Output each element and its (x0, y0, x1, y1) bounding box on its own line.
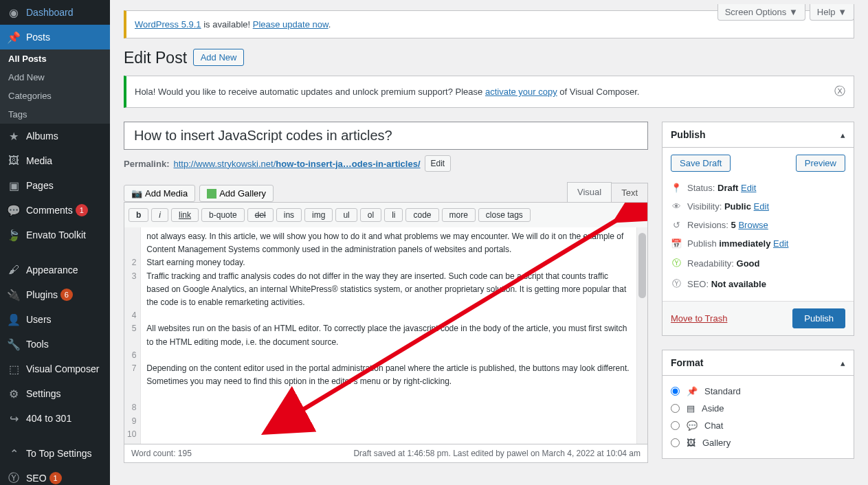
label: 404 to 301 (26, 413, 71, 424)
quicktags-toolbar: b i link b-quote del ins img ul ol li co… (124, 203, 647, 227)
pin-icon: 📍 (671, 183, 682, 193)
tab-text[interactable]: Text (611, 183, 648, 203)
add-gallery-button[interactable]: Add Gallery (199, 185, 274, 202)
seo-icon: Ⓨ (7, 471, 21, 485)
publish-button[interactable]: Publish (792, 308, 845, 328)
sidebar-item-media[interactable]: 🖼Media (0, 148, 110, 173)
edit-permalink-button[interactable]: Edit (425, 155, 452, 172)
preview-button[interactable]: Preview (796, 155, 845, 172)
sidebar-item-pages[interactable]: ▣Pages (0, 173, 110, 198)
edit-status-link[interactable]: Edit (741, 183, 756, 193)
vc-activate-link[interactable]: activate your copy (485, 87, 557, 97)
qt-bold[interactable]: b (129, 208, 148, 222)
sidebar-item-users[interactable]: 👤Users (0, 307, 110, 332)
toggle-icon[interactable]: ▴ (841, 358, 845, 368)
sidebar-item-add-new-post[interactable]: Add New (0, 68, 110, 87)
browse-revisions-link[interactable]: Browse (738, 220, 768, 230)
editor-status-bar: Word count: 195 Draft saved at 1:46:58 p… (124, 444, 648, 463)
sidebar-item-visual-composer[interactable]: ⬚Visual Composer (0, 357, 110, 381)
sidebar-item-categories[interactable]: Categories (0, 87, 110, 105)
help-button[interactable]: Help ▼ (810, 4, 854, 21)
qt-bquote[interactable]: b-quote (201, 208, 245, 222)
sidebar-item-albums[interactable]: ★Albums (0, 124, 110, 148)
qt-ol[interactable]: ol (360, 208, 381, 222)
label: Word count: (131, 449, 178, 458)
sidebar-item-settings[interactable]: ⚙Settings (0, 381, 110, 406)
label: Tools (26, 339, 49, 350)
qt-close[interactable]: close tags (478, 208, 531, 222)
fullscreen-icon[interactable]: ⛶ (627, 207, 643, 223)
sidebar-item-posts[interactable]: 📌Posts (0, 25, 110, 49)
text: . (329, 19, 331, 30)
wp-update-link[interactable]: Please update now (253, 19, 329, 30)
page-icon: ▣ (7, 179, 21, 192)
sidebar-item-all-posts[interactable]: All Posts (0, 49, 110, 68)
sidebar-item-envato[interactable]: 🍃Envato Toolkit (0, 223, 110, 247)
sidebar-item-tags[interactable]: Tags (0, 105, 110, 124)
screen-options-button[interactable]: Screen Options ▼ (717, 4, 805, 21)
text: Hola! Would you like to receive automati… (135, 87, 485, 97)
gallery-icon: 🖼 (687, 438, 695, 448)
label: Posts (26, 32, 50, 43)
sidebar-item-plugins[interactable]: 🔌Plugins6 (0, 282, 110, 307)
format-gallery-radio[interactable] (671, 438, 680, 447)
toggle-icon[interactable]: ▴ (841, 130, 845, 140)
visibility-value: Public (724, 201, 751, 212)
plug-icon: 🔌 (7, 288, 21, 302)
wp-version-link[interactable]: WordPress 5.9.1 (135, 19, 201, 30)
dismiss-icon[interactable]: ⓧ (834, 84, 845, 99)
label: Media (26, 155, 52, 166)
seo-value: Not available (711, 279, 766, 289)
word-count: 195 (178, 449, 192, 458)
qt-ul[interactable]: ul (335, 208, 357, 222)
sidebar-item-dashboard[interactable]: ◉Dashboard (0, 0, 110, 25)
label: i (159, 210, 161, 220)
save-draft-button[interactable]: Save Draft (671, 155, 731, 172)
label: Settings (26, 388, 61, 399)
label: Add New (8, 72, 45, 82)
editor-scrollbar[interactable] (636, 227, 647, 444)
move-to-trash-link[interactable]: Move to Trash (671, 313, 727, 324)
code-editor[interactable]: 23 45 67 8910 not always easy. In this a… (124, 227, 647, 444)
qt-li[interactable]: li (384, 208, 403, 222)
main-content: Screen Options ▼ Help ▼ WordPress 5.9.1 … (110, 0, 868, 485)
edit-schedule-link[interactable]: Edit (773, 238, 788, 249)
label: Chat (704, 420, 723, 431)
sidebar-item-404[interactable]: ↪404 to 301 (0, 406, 110, 431)
qt-italic[interactable]: i (151, 208, 168, 222)
tab-visual[interactable]: Visual (567, 182, 612, 202)
revisions-icon: ↺ (671, 220, 682, 230)
publish-box: Publish▴ Save Draft Preview 📍Status: Dra… (662, 122, 854, 336)
qt-img[interactable]: img (304, 208, 333, 222)
post-title-input[interactable] (124, 122, 648, 150)
aside-icon: ▤ (687, 403, 695, 414)
qt-code[interactable]: code (405, 208, 438, 222)
qt-more[interactable]: more (442, 208, 476, 222)
sidebar-item-tools[interactable]: 🔧Tools (0, 332, 110, 357)
sidebar-item-totop[interactable]: ⌃To Top Settings (0, 441, 110, 466)
label: Envato Toolkit (26, 229, 86, 240)
label: Visibility: (687, 201, 724, 212)
pin-icon: 📌 (687, 386, 698, 396)
qt-link[interactable]: link (171, 208, 199, 222)
sidebar-item-seo[interactable]: ⓎSEO1 (0, 466, 110, 485)
add-new-button[interactable]: Add New (193, 49, 245, 66)
format-chat-radio[interactable] (671, 421, 680, 430)
star-icon: ★ (7, 129, 21, 143)
dashboard-icon: ◉ (7, 5, 21, 19)
base: http://www.strykowski.net/ (173, 159, 276, 169)
qt-ins[interactable]: ins (276, 208, 302, 222)
sidebar-item-appearance[interactable]: 🖌Appearance (0, 258, 110, 282)
sidebar-item-comments[interactable]: 💬Comments1 (0, 198, 110, 223)
qt-del[interactable]: del (247, 208, 274, 222)
camera-icon: 📷 (131, 188, 142, 199)
add-media-button[interactable]: 📷Add Media (124, 185, 195, 202)
up-icon: ⌃ (7, 447, 21, 460)
format-aside-radio[interactable] (671, 404, 680, 413)
label: All Posts (8, 54, 47, 64)
edit-visibility-link[interactable]: Edit (754, 201, 769, 212)
code-text[interactable]: not always easy. In this article, we wil… (141, 227, 636, 444)
readability-icon: Ⓨ (671, 257, 682, 269)
permalink-link[interactable]: http://www.strykowski.net/how-to-insert-… (173, 159, 420, 169)
format-standard-radio[interactable] (671, 387, 680, 396)
